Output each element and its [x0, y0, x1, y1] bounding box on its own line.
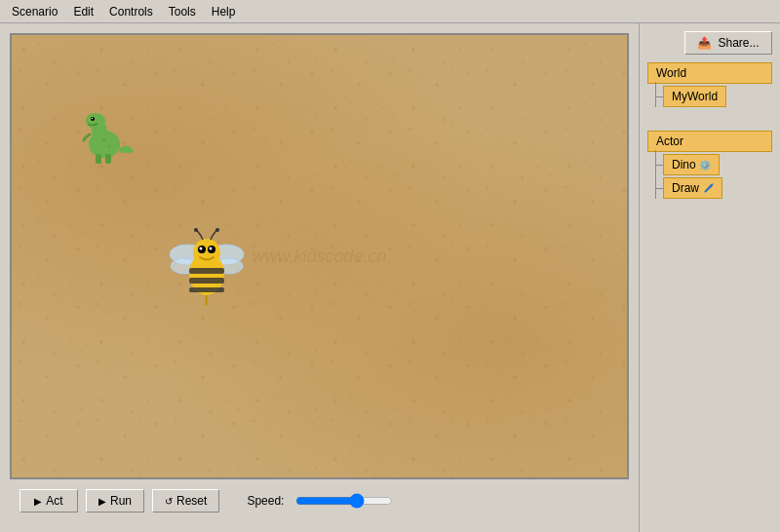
actor-children: Dino ⚙️ Draw 🖊️: [663, 154, 772, 199]
menu-scenario[interactable]: Scenario: [4, 3, 65, 20]
speed-label: Speed:: [247, 494, 284, 508]
svg-point-8: [108, 145, 111, 148]
right-panel: 📤 Share... World MyWorld: [639, 23, 780, 532]
world-node-container: World MyWorld: [647, 62, 772, 107]
run-button[interactable]: ▶ Run: [86, 489, 144, 513]
menubar: Scenario Edit Controls Tools Help: [0, 0, 780, 23]
actor-node-container: Actor Dino ⚙️ Draw 🖊️: [647, 131, 772, 199]
dino-item: Dino ⚙️: [663, 154, 772, 175]
menu-edit[interactable]: Edit: [65, 3, 101, 20]
svg-point-17: [193, 239, 220, 266]
game-canvas: www.kidscode.cn: [10, 33, 629, 479]
svg-point-4: [92, 118, 93, 119]
actor-tree-section: Actor Dino ⚙️ Draw 🖊️: [647, 131, 772, 199]
svg-point-23: [215, 228, 219, 232]
menu-tools[interactable]: Tools: [161, 3, 204, 20]
run-icon: ▶: [98, 496, 106, 507]
menu-controls[interactable]: Controls: [101, 3, 161, 20]
watermark: www.kidscode.cn: [252, 247, 386, 267]
speed-slider[interactable]: [295, 493, 393, 509]
reset-icon: ↺: [165, 496, 173, 507]
speed-slider-container: [295, 493, 393, 509]
act-button[interactable]: ▶ Act: [20, 489, 78, 513]
draw-item: Draw 🖊️: [663, 177, 772, 199]
svg-point-22: [194, 228, 198, 232]
share-icon: 📤: [697, 36, 712, 50]
draw-node[interactable]: Draw 🖊️: [663, 177, 722, 199]
reset-button[interactable]: ↺ Reset: [152, 489, 219, 513]
center-area: www.kidscode.cn: [0, 23, 639, 532]
dino-node-icon: ⚙️: [699, 160, 711, 171]
world-children: MyWorld: [663, 86, 772, 107]
svg-point-7: [102, 138, 106, 142]
svg-point-2: [86, 113, 105, 129]
myworld-node[interactable]: MyWorld: [663, 86, 726, 107]
svg-point-20: [200, 247, 203, 250]
bee-character: [163, 225, 251, 313]
bottom-toolbar: ▶ Act ▶ Run ↺ Reset Speed:: [10, 479, 629, 522]
menu-help[interactable]: Help: [204, 3, 244, 20]
myworld-item: MyWorld: [663, 86, 772, 107]
svg-rect-5: [96, 154, 101, 164]
draw-node-icon: 🖊️: [702, 183, 714, 194]
main-layout: www.kidscode.cn: [0, 23, 780, 532]
world-tree-section: World MyWorld: [647, 62, 772, 107]
act-icon: ▶: [34, 496, 42, 507]
svg-rect-15: [189, 278, 224, 284]
dino-character: [70, 103, 138, 171]
svg-rect-16: [189, 287, 224, 292]
share-button[interactable]: 📤 Share...: [684, 31, 772, 55]
svg-point-21: [210, 247, 213, 250]
tree-separator: [647, 115, 772, 123]
actor-node[interactable]: Actor: [647, 131, 772, 152]
world-node[interactable]: World: [647, 62, 772, 84]
svg-rect-14: [189, 268, 224, 274]
svg-point-3: [91, 117, 95, 121]
dino-node[interactable]: Dino ⚙️: [663, 154, 720, 175]
svg-rect-6: [105, 154, 111, 164]
